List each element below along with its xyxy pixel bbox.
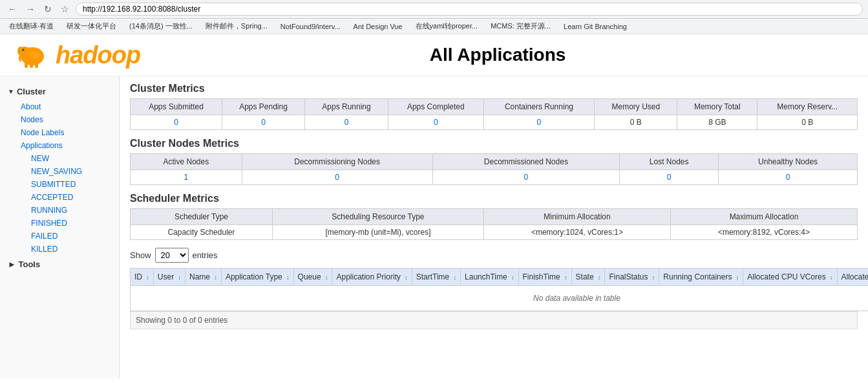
svg-rect-6 [30,63,33,68]
cluster-arrow-icon: ▼ [8,88,14,95]
priority-sort-icon: ↕ [405,274,408,281]
scheduler-metrics-table: Scheduler Type Scheduling Resource Type … [130,208,858,240]
bookmark-3[interactable]: (14条消息) 一致性... [125,20,196,32]
app-col-start-time[interactable]: StartTime ↕ [412,268,460,286]
name-sort-icon: ↕ [214,274,217,281]
bookmark-6[interactable]: Ant Design Vue [350,21,407,32]
queue-sort-icon: ↕ [325,274,328,281]
svg-rect-7 [35,63,38,68]
bookmark-8[interactable]: MCMS: 完整开源... [487,20,555,32]
val-memory-total: 8 GB [677,115,757,130]
cluster-nodes-title: Cluster Nodes Metrics [130,138,858,149]
cluster-metrics-table: Apps Submitted Apps Pending Apps Running… [130,98,858,130]
col-unhealthy-nodes: Unhealthy Nodes [719,154,858,170]
sidebar-item-failed[interactable]: FAILED [26,230,119,243]
sidebar-tools[interactable]: ► Tools [0,256,119,273]
sidebar-item-about[interactable]: About [16,100,119,113]
svg-point-8 [30,51,40,59]
col-max-allocation: Maximum Allocation [670,209,857,225]
cluster-nodes-table: Active Nodes Decommissioning Nodes Decom… [130,153,858,185]
val-apps-pending: 0 [222,115,304,130]
tools-label: Tools [19,259,41,269]
sidebar-item-finished[interactable]: FINISHED [26,217,119,230]
val-scheduler-type: Capacity Scheduler [131,225,273,240]
sidebar-item-accepted[interactable]: ACCEPTED [26,191,119,204]
val-apps-running: 0 [305,115,388,130]
start-time-sort-icon: ↕ [454,274,457,281]
bookmark-4[interactable]: 附件邮件，Spring... [202,20,271,32]
entries-label: entries [193,250,218,260]
reload-button[interactable]: ↻ [41,3,54,16]
sidebar-item-applications[interactable]: Applications [16,139,119,152]
val-active-nodes[interactable]: 1 [131,170,242,185]
cluster-section[interactable]: ▼ Cluster [0,83,119,100]
app-col-user[interactable]: User ↕ [153,268,185,286]
app-col-app-type[interactable]: Application Type ↕ [221,268,293,286]
bookmark-9[interactable]: Learn Git Branching [560,21,631,32]
final-status-sort-icon: ↕ [652,274,655,281]
sidebar-item-new[interactable]: NEW [26,152,119,165]
val-decomm-nodes: 0 [242,170,432,185]
running-containers-sort-icon: ↕ [736,274,739,281]
content-area: ▼ Cluster About Nodes Node Labels Applic… [0,76,868,378]
app-col-queue[interactable]: Queue ↕ [293,268,332,286]
back-button[interactable]: ← [5,3,19,16]
bookmark-1[interactable]: 在线翻译·有道 [5,20,58,32]
bookmark-button[interactable]: ☆ [58,3,72,16]
col-memory-reserv: Memory Reserv... [757,99,858,115]
col-memory-used: Memory Used [595,99,677,115]
no-data-row: No data available in table [131,286,869,311]
no-data-message: No data available in table [131,286,869,311]
page-title: All Applications [140,45,855,65]
col-min-allocation: Minimum Allocation [483,209,670,225]
app-col-running-containers[interactable]: Running Containers ↕ [659,268,743,286]
col-decommissioned-nodes: Decommissioned Nodes [432,154,620,170]
app-col-alloc-mem[interactable]: Allocated Memory MB ↕ [837,268,868,286]
alloc-cpu-sort-icon: ↕ [830,274,833,281]
applications-table: ID ↕ User ↕ Name ↕ Application Type [130,268,868,311]
launch-time-sort-icon: ↕ [511,274,514,281]
sidebar-main-links: About Nodes Node Labels Applications NEW… [0,100,119,256]
col-scheduling-resource-type: Scheduling Resource Type [272,209,483,225]
app-col-final-status[interactable]: FinalStatus ↕ [605,268,659,286]
app-col-launch-time[interactable]: LaunchTime ↕ [461,268,518,286]
val-memory-used: 0 B [595,115,677,130]
app-col-alloc-cpu[interactable]: Allocated CPU VCores ↕ [743,268,837,286]
app-type-sort-icon: ↕ [286,274,290,281]
sidebar-item-node-labels[interactable]: Node Labels [16,126,119,139]
show-label: Show [130,250,151,260]
show-entries-bar: Show 10 20 25 50 100 entries [130,248,858,263]
col-active-nodes: Active Nodes [131,154,242,170]
id-sort-icon: ↕ [146,274,149,281]
scheduler-metrics-title: Scheduler Metrics [130,193,858,204]
table-footer: Showing 0 to 0 of 0 entries [130,311,858,329]
sidebar-item-killed[interactable]: KILLED [26,243,119,256]
finish-time-sort-icon: ↕ [564,274,567,281]
url-bar[interactable] [76,3,863,16]
app-sub-links: NEW NEW_SAVING SUBMITTED ACCEPTED RUNNIN… [16,152,119,256]
bookmark-5[interactable]: NotFound9/interv... [277,21,344,32]
col-apps-pending: Apps Pending [222,99,304,115]
svg-point-4 [23,49,25,51]
page-header: hadoop All Applications [0,34,868,76]
sidebar-item-submitted[interactable]: SUBMITTED [26,178,119,191]
forward-button[interactable]: → [23,3,37,16]
sidebar-item-new-saving[interactable]: NEW_SAVING [26,165,119,178]
svg-rect-5 [25,63,28,68]
app-col-finish-time[interactable]: FinishTime ↕ [518,268,571,286]
bookmark-7[interactable]: 在线yaml转proper... [412,20,482,32]
app-col-state[interactable]: State ↕ [571,268,605,286]
hadoop-logo: hadoop [13,39,140,71]
elephant-icon [13,39,52,71]
bookmark-2[interactable]: 研发一体化平台 [63,20,120,32]
app-col-name[interactable]: Name ↕ [185,268,222,286]
cluster-metrics-title: Cluster Metrics [130,83,858,94]
entries-select[interactable]: 10 20 25 50 100 [155,248,189,263]
tools-arrow-icon: ► [8,259,16,269]
app-col-id[interactable]: ID ↕ [131,268,154,286]
sidebar-item-nodes[interactable]: Nodes [16,113,119,126]
col-scheduler-type: Scheduler Type [131,209,273,225]
val-max-allocation: <memory:8192, vCores:4> [670,225,857,240]
sidebar-item-running[interactable]: RUNNING [26,204,119,217]
app-col-priority[interactable]: Application Priority ↕ [332,268,412,286]
